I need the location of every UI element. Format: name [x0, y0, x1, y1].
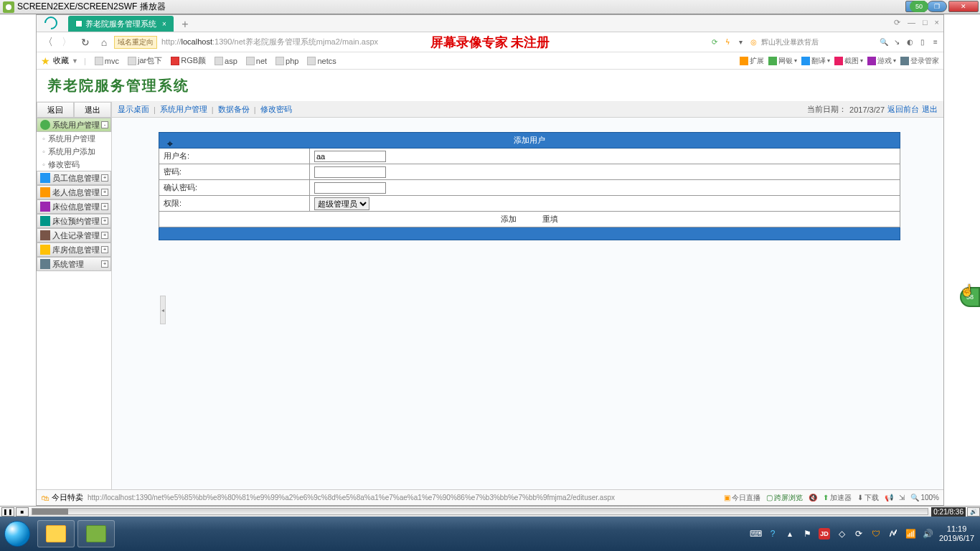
browser-tab-active[interactable]: 养老院服务管理系统 ×: [68, 16, 174, 32]
tray-shield-icon[interactable]: 🛡: [870, 528, 882, 540]
tool-login[interactable]: 登录管家: [900, 56, 939, 66]
nav-back-button[interactable]: 〈: [39, 34, 57, 50]
browser-menu-icon[interactable]: ⟳: [894, 18, 900, 27]
browser-minimize-icon[interactable]: —: [908, 18, 915, 27]
tool-extensions[interactable]: 扩展: [740, 56, 764, 66]
tray-jd-icon[interactable]: JD: [819, 528, 830, 540]
add-button[interactable]: 添加: [489, 214, 528, 225]
sidebar-item-change-pwd[interactable]: ◦修改密码: [37, 158, 111, 171]
collapse-icon[interactable]: -: [101, 121, 108, 128]
phone-icon[interactable]: ▯: [918, 37, 928, 47]
nav-home-button[interactable]: ⌂: [95, 34, 113, 50]
tray-help-icon[interactable]: ?: [767, 528, 778, 540]
status-share-icon[interactable]: ⇲: [899, 494, 905, 501]
browser-close-icon[interactable]: ×: [935, 18, 939, 27]
sidebar-group-system[interactable]: 系统管理+: [37, 257, 111, 271]
reload-icon[interactable]: ⟳: [710, 37, 720, 47]
bookmark-item-rgb[interactable]: RGB颜: [168, 55, 209, 67]
status-accelerator[interactable]: ⬆加速器: [823, 493, 852, 503]
expand-icon[interactable]: +: [101, 217, 108, 225]
dropdown-icon[interactable]: ▾: [735, 37, 745, 47]
logout-link[interactable]: 退出: [922, 104, 938, 115]
tray-network-icon[interactable]: 📶: [905, 528, 916, 540]
status-download[interactable]: ⬇下载: [857, 493, 879, 503]
breadcrumb-backup[interactable]: 数据备份: [218, 104, 250, 115]
expand-icon[interactable]: +: [101, 260, 108, 268]
sidebar-group-beds[interactable]: 床位信息管理+: [37, 199, 111, 214]
sidebar-item-user-add[interactable]: ◦系统用户添加: [37, 145, 111, 158]
target-icon[interactable]: ◎: [748, 37, 758, 47]
tray-flag-icon[interactable]: ⚑: [801, 528, 813, 540]
sidebar-back-button[interactable]: 返回: [37, 102, 74, 118]
taskbar-app-explorer[interactable]: [37, 520, 75, 547]
bookmark-item-netcs[interactable]: netcs: [304, 56, 339, 66]
tab-close-icon[interactable]: ×: [162, 20, 166, 28]
tray-battery-icon[interactable]: 🗲: [887, 528, 899, 540]
tray-chevron-icon[interactable]: ▴: [784, 528, 796, 540]
news-ticker[interactable]: 辉山乳业暴跌背后: [761, 37, 819, 47]
menu-icon[interactable]: ≡: [930, 37, 941, 47]
player-mute-button[interactable]: 🔊: [967, 507, 980, 517]
start-button[interactable]: [0, 519, 34, 548]
tool-screenshot[interactable]: 截图▾: [834, 56, 863, 66]
status-crossscreen[interactable]: ▢跨屏浏览: [766, 493, 803, 503]
status-muted-icon[interactable]: 🔇: [809, 494, 817, 501]
bookmark-item-net[interactable]: net: [243, 56, 270, 66]
breadcrumb-pwd[interactable]: 修改密码: [260, 104, 292, 115]
status-label[interactable]: 今日特卖: [52, 492, 83, 503]
bookmark-item-mvc[interactable]: mvc: [92, 56, 122, 66]
player-stop-button[interactable]: ■: [16, 507, 29, 517]
tool-translate[interactable]: 翻译▾: [801, 56, 830, 66]
sidebar-group-staff[interactable]: 员工信息管理+: [37, 171, 111, 185]
bookmark-item-asp[interactable]: asp: [212, 56, 240, 66]
nav-forward-button[interactable]: 〉: [58, 34, 75, 50]
sidebar-group-users[interactable]: 系统用户管理 -: [37, 118, 111, 132]
player-pause-button[interactable]: ❚❚: [1, 507, 14, 517]
lightning-icon[interactable]: ϟ: [722, 37, 732, 47]
player-seek-bar[interactable]: [32, 508, 928, 515]
sidebar-group-warehouse[interactable]: 库房信息管理+: [37, 242, 111, 257]
bookmark-item-php[interactable]: php: [273, 56, 301, 66]
breadcrumb-users[interactable]: 系统用户管理: [160, 104, 207, 115]
favorites-label[interactable]: 收藏: [53, 55, 69, 66]
tray-notify-icon[interactable]: ◇: [836, 528, 847, 540]
confirm-password-input[interactable]: [314, 182, 386, 194]
taskbar-clock[interactable]: 11:19 2019/6/17: [939, 524, 974, 543]
sidebar-group-booking[interactable]: 床位预约管理+: [37, 214, 111, 228]
pin-icon[interactable]: ↘: [892, 37, 902, 47]
tray-keyboard-icon[interactable]: ⌨: [750, 528, 761, 540]
expand-icon[interactable]: +: [101, 174, 108, 182]
sidebar-collapse-handle[interactable]: ◂: [160, 296, 166, 324]
window-maximize-button[interactable]: ❐: [927, 1, 947, 12]
zoom-level[interactable]: 🔍 100%: [910, 494, 939, 501]
sidebar-exit-button[interactable]: 退出: [74, 102, 111, 118]
password-input[interactable]: [314, 166, 386, 178]
bookmark-item-jar[interactable]: jar包下: [125, 55, 165, 67]
role-select[interactable]: 超级管理员: [314, 197, 369, 210]
favorites-dropdown-icon[interactable]: ▼: [72, 57, 78, 65]
sidebar-item-user-mgmt[interactable]: ◦系统用户管理: [37, 132, 111, 145]
expand-icon[interactable]: +: [101, 203, 108, 210]
expand-icon[interactable]: +: [101, 189, 108, 196]
sidebar-group-elderly[interactable]: 老人信息管理+: [37, 185, 111, 199]
browser-maximize-icon[interactable]: □: [923, 18, 928, 27]
status-broadcast-icon[interactable]: 📢: [885, 494, 893, 501]
tray-volume-icon[interactable]: 🔊: [922, 528, 933, 540]
expand-icon[interactable]: +: [101, 246, 108, 253]
window-close-button[interactable]: ✕: [948, 1, 979, 12]
tool-bank[interactable]: 网银▾: [768, 56, 797, 66]
tray-sync-icon[interactable]: ⟳: [853, 528, 864, 540]
skin-icon[interactable]: ◐: [905, 37, 915, 47]
new-tab-button[interactable]: +: [178, 17, 192, 32]
username-input[interactable]: [314, 151, 386, 162]
url-input[interactable]: http://localhost:1390/net养老院服务管理系统mjma2/…: [159, 37, 708, 47]
favorites-star-icon[interactable]: ★: [41, 55, 50, 67]
tool-games[interactable]: 游戏▾: [867, 56, 896, 66]
status-live[interactable]: ▣今日直播: [724, 493, 760, 503]
search-icon[interactable]: 🔍: [879, 37, 889, 47]
reset-button[interactable]: 重填: [531, 214, 570, 225]
breadcrumb-home[interactable]: 显示桌面: [118, 104, 149, 115]
back-frontend-link[interactable]: 返回前台: [887, 104, 919, 115]
expand-icon[interactable]: +: [101, 232, 108, 239]
sidebar-group-checkin[interactable]: 入住记录管理+: [37, 228, 111, 242]
